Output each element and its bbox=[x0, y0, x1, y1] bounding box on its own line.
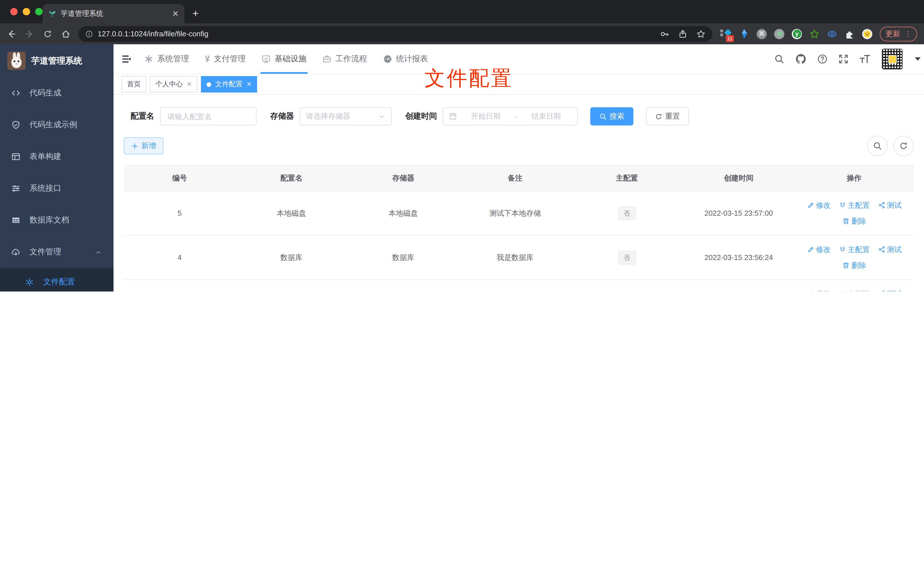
new-tab-button[interactable]: + bbox=[192, 7, 199, 20]
delete-action[interactable]: 删除 bbox=[842, 216, 866, 226]
help-icon[interactable] bbox=[817, 54, 828, 64]
recorder-extension-icon[interactable] bbox=[774, 29, 784, 39]
refresh-table-button[interactable] bbox=[893, 135, 914, 156]
filter-form: 配置名 存储器 请选择存储器 创建时间 开始日期 - 结束日期 bbox=[124, 107, 914, 126]
puzzle-extensions-icon[interactable] bbox=[845, 29, 855, 39]
url-text[interactable]: 127.0.0.1:1024/infra/file/file-config bbox=[97, 30, 655, 38]
tag-profile[interactable]: 个人中心 ✕ bbox=[150, 76, 198, 92]
add-button[interactable]: 新增 bbox=[124, 137, 163, 154]
test-action[interactable]: 测试 bbox=[878, 244, 902, 254]
fullscreen-icon[interactable] bbox=[838, 54, 848, 64]
search-icon[interactable] bbox=[774, 54, 784, 64]
reset-button[interactable]: 重置 bbox=[646, 107, 689, 126]
sidebar-item-code-gen[interactable]: 代码生成 bbox=[0, 77, 114, 109]
green-star-extension-icon[interactable] bbox=[809, 29, 820, 39]
site-info-icon[interactable] bbox=[85, 30, 93, 38]
edit-action[interactable]: 修改 bbox=[807, 289, 831, 292]
back-icon[interactable] bbox=[7, 29, 16, 38]
avatar[interactable] bbox=[881, 48, 903, 70]
forward-icon[interactable] bbox=[25, 29, 34, 38]
y-extension-icon[interactable]: y bbox=[792, 29, 802, 39]
share-page-icon[interactable] bbox=[678, 29, 687, 38]
app-header: 系统管理 ¥ 支付管理 基础设施 工作流程 统计报表 bbox=[114, 44, 924, 74]
master-action-disabled: 主配置 bbox=[838, 289, 870, 292]
date-range-picker[interactable]: 开始日期 - 结束日期 bbox=[443, 107, 578, 126]
share-icon bbox=[878, 246, 885, 253]
topnav-system[interactable]: 系统管理 bbox=[136, 44, 197, 74]
edit-action[interactable]: 修改 bbox=[807, 200, 831, 210]
gear-icon bbox=[25, 277, 34, 287]
font-size-icon[interactable] bbox=[859, 53, 871, 65]
tag-file-config[interactable]: 文件配置 ✕ bbox=[201, 76, 257, 92]
start-date-input[interactable]: 开始日期 bbox=[460, 111, 512, 122]
share-icon bbox=[878, 201, 885, 209]
master-tag: 否 bbox=[618, 206, 636, 220]
master-action[interactable]: 主配置 bbox=[838, 200, 870, 210]
browser-tab[interactable]: 芋道管理系统 ✕ bbox=[43, 4, 185, 23]
topnav-payment[interactable]: ¥ 支付管理 bbox=[197, 44, 254, 74]
browser-tab-title: 芋道管理系统 bbox=[61, 9, 168, 18]
logo-rabbit-avatar bbox=[7, 52, 26, 70]
end-date-input[interactable]: 结束日期 bbox=[520, 111, 571, 122]
collapse-sidebar-icon[interactable] bbox=[122, 44, 132, 74]
github-icon[interactable] bbox=[795, 53, 807, 65]
app-title: 芋道管理系统 bbox=[31, 55, 82, 66]
close-icon[interactable]: ✕ bbox=[246, 81, 251, 88]
storage-select[interactable]: 请选择存储器 bbox=[300, 107, 392, 126]
sidebar-item-file-config[interactable]: 文件配置 bbox=[0, 268, 114, 292]
topnav-infrastructure[interactable]: 基础设施 bbox=[254, 44, 314, 74]
topnav-report[interactable]: 统计报表 bbox=[375, 44, 436, 74]
table-header-row: 编号 配置名 存储器 备注 主配置 创建时间 操作 bbox=[124, 165, 914, 191]
emoji-profile-icon[interactable] bbox=[862, 29, 872, 39]
sidebar-item-system-api[interactable]: 系统接口 bbox=[0, 173, 114, 204]
close-tab-icon[interactable]: ✕ bbox=[172, 9, 179, 18]
chevron-up-icon bbox=[95, 248, 102, 256]
browser-toolbar: 127.0.0.1:1024/infra/file/file-config 11… bbox=[0, 23, 924, 44]
minimize-window-button[interactable] bbox=[23, 8, 30, 15]
password-key-icon[interactable] bbox=[660, 29, 669, 38]
sidebar-item-file-manage[interactable]: 文件管理 bbox=[0, 236, 114, 268]
avatar-caret-icon[interactable] bbox=[915, 57, 921, 61]
table-toolbar: 新增 bbox=[124, 135, 914, 156]
yen-icon: ¥ bbox=[205, 54, 210, 64]
refresh-icon bbox=[655, 113, 662, 120]
command-extension-icon[interactable]: ⌘ bbox=[757, 29, 767, 39]
eye-extension-icon[interactable] bbox=[827, 29, 837, 39]
plus-icon bbox=[131, 142, 139, 150]
search-button[interactable]: 搜索 bbox=[590, 107, 634, 126]
master-action[interactable]: 主配置 bbox=[838, 244, 870, 254]
page-content: 配置名 存储器 请选择存储器 创建时间 开始日期 - 结束日期 bbox=[114, 95, 924, 292]
bookmark-star-icon[interactable] bbox=[696, 29, 706, 38]
close-icon[interactable]: ✕ bbox=[187, 81, 192, 88]
reload-icon[interactable] bbox=[43, 29, 52, 38]
topnav-workflow[interactable]: 工作流程 bbox=[314, 44, 375, 74]
close-window-button[interactable] bbox=[10, 8, 18, 15]
briefcase-icon bbox=[322, 55, 332, 64]
sidebar-item-db-doc[interactable]: 数据库文档 bbox=[0, 204, 114, 236]
config-name-input[interactable] bbox=[166, 112, 250, 121]
col-id: 编号 bbox=[124, 165, 236, 191]
browser-update-button[interactable]: 更新 ⋮ bbox=[880, 26, 917, 41]
search-icon bbox=[599, 113, 607, 120]
address-bar[interactable]: 127.0.0.1:1024/infra/file/file-config bbox=[78, 26, 712, 42]
test-action[interactable]: 测试 bbox=[878, 289, 902, 292]
screen: 芋道管理系统 ✕ + 127.0.0.1:1024/infra/file/fil… bbox=[0, 0, 924, 292]
tag-home[interactable]: 首页 bbox=[122, 76, 147, 92]
create-time-label: 创建时间 bbox=[405, 111, 437, 122]
magnet-icon bbox=[838, 246, 846, 253]
zoom-window-button[interactable] bbox=[35, 8, 43, 15]
trash-icon bbox=[842, 262, 850, 269]
storage-label: 存储器 bbox=[270, 111, 294, 122]
delete-action[interactable]: 删除 bbox=[842, 260, 866, 271]
monitor-check-icon bbox=[262, 55, 271, 64]
kite-extension-icon[interactable] bbox=[738, 28, 749, 39]
sidebar-item-form-builder[interactable]: 表单构建 bbox=[0, 141, 114, 173]
test-action[interactable]: 测试 bbox=[878, 200, 902, 210]
edit-action[interactable]: 修改 bbox=[807, 244, 831, 254]
browser-menu-icon[interactable]: ⋮ bbox=[904, 30, 911, 38]
tab-manager-extension-icon[interactable]: 11 bbox=[720, 28, 731, 39]
toggle-search-button[interactable] bbox=[867, 135, 888, 156]
extensions-area: 11 ⌘ y 更新 ⋮ bbox=[720, 26, 917, 41]
home-icon[interactable] bbox=[61, 29, 70, 38]
sidebar-item-code-demo[interactable]: 代码生成示例 bbox=[0, 109, 114, 141]
